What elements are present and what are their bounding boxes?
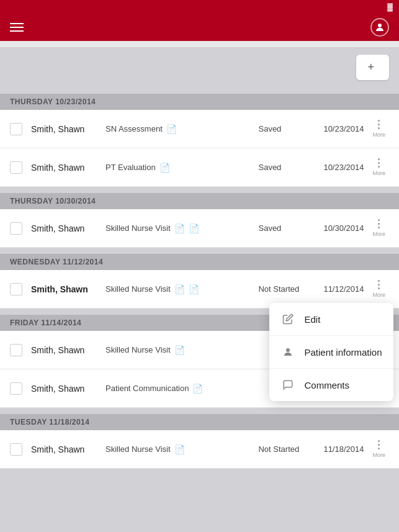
menu-item-label: Edit	[304, 314, 320, 325]
context-overlay[interactable]	[0, 0, 399, 532]
menu-item-label: Patient information	[304, 347, 382, 358]
svg-point-1	[286, 348, 290, 352]
comments-icon	[280, 377, 295, 392]
context-menu-item-comments[interactable]: Comments	[269, 369, 393, 401]
edit-icon	[280, 312, 295, 327]
menu-item-label: Comments	[304, 380, 349, 390]
person-icon	[280, 345, 295, 359]
context-menu: EditPatient informationComments	[269, 303, 393, 401]
context-menu-item-edit[interactable]: Edit	[269, 303, 393, 336]
context-menu-item-patient-info[interactable]: Patient information	[269, 336, 393, 369]
